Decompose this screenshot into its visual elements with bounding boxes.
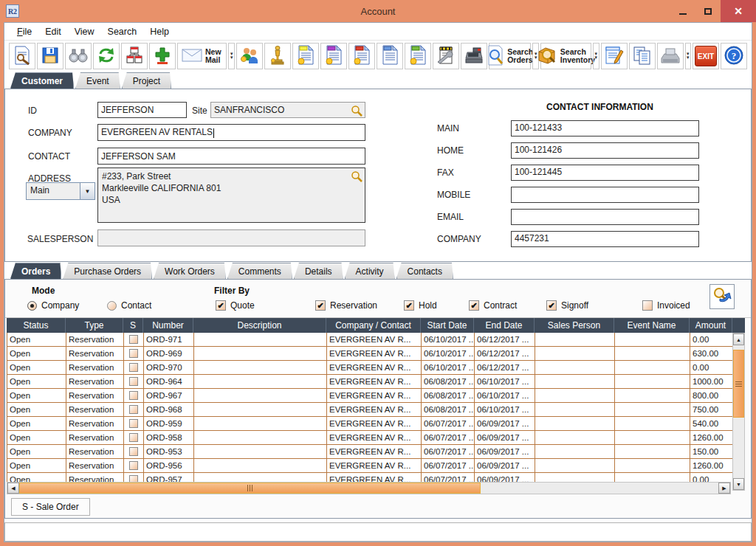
table-row[interactable]: OpenReservationORD-956EVERGREEN AV R...0… xyxy=(7,459,745,473)
table-row[interactable]: OpenReservationORD-969EVERGREEN AV R...0… xyxy=(7,347,745,361)
column-header-event-name[interactable]: Event Name xyxy=(614,318,690,333)
s-checkbox-icon[interactable] xyxy=(129,349,138,358)
order-doc-button[interactable] xyxy=(377,43,403,69)
s-checkbox-icon[interactable] xyxy=(129,363,138,372)
contact-field[interactable]: JEFFERSON SAM xyxy=(97,148,365,165)
scroll-up-icon[interactable]: ▲ xyxy=(733,334,744,345)
address-search-icon[interactable] xyxy=(351,170,362,182)
filter-check-invoiced[interactable]: Invoiced xyxy=(642,300,690,311)
table-row[interactable]: OpenReservationORD-967EVERGREEN AV R...0… xyxy=(7,389,745,403)
refresh-button[interactable] xyxy=(93,43,120,69)
scroll-right-icon[interactable]: ▶ xyxy=(718,483,730,494)
table-row[interactable]: OpenReservationORD-959EVERGREEN AV R...0… xyxy=(7,417,745,431)
save-button[interactable] xyxy=(37,43,63,69)
home-field[interactable]: 100-121426 xyxy=(511,142,699,159)
s-checkbox-icon[interactable] xyxy=(129,335,138,344)
s-checkbox-icon[interactable] xyxy=(129,391,138,400)
search-inventory-dropdown[interactable]: ▼▼ xyxy=(593,43,599,69)
subtab-contacts[interactable]: Contacts xyxy=(396,263,453,279)
site-field[interactable]: SANFRANCISCO xyxy=(210,102,365,118)
main-field[interactable]: 100-121433 xyxy=(511,120,699,136)
s-checkbox-icon[interactable] xyxy=(129,447,138,456)
s-checkbox-icon[interactable] xyxy=(129,461,138,470)
new-mail-dropdown[interactable]: ▼▼ xyxy=(228,43,234,69)
award-button[interactable] xyxy=(264,43,291,69)
address-type-combo[interactable]: Main ▼ xyxy=(26,182,95,200)
quote-doc-button[interactable] xyxy=(292,43,319,69)
site-search-icon[interactable] xyxy=(351,105,362,117)
s-checkbox-icon[interactable] xyxy=(129,475,138,482)
subtab-details[interactable]: Details xyxy=(294,263,343,279)
s-checkbox-icon[interactable] xyxy=(129,433,138,442)
subtab-work-orders[interactable]: Work Orders xyxy=(154,263,226,279)
register-button[interactable] xyxy=(461,43,487,69)
work-order-button[interactable] xyxy=(433,43,459,69)
column-header-sales-person[interactable]: Sales Person xyxy=(535,318,614,333)
column-header-number[interactable]: Number xyxy=(143,318,193,333)
add-button[interactable] xyxy=(149,43,176,69)
reservation-doc-button[interactable] xyxy=(320,43,347,69)
scroll-left-icon[interactable]: ◀ xyxy=(7,483,19,494)
copy-button[interactable] xyxy=(629,43,656,69)
id-field[interactable]: JEFFERSON xyxy=(97,102,187,118)
menu-view[interactable]: View xyxy=(68,24,101,39)
email-field[interactable] xyxy=(511,209,699,225)
filter-check-quote[interactable]: ✔Quote xyxy=(216,300,255,311)
filter-check-signoff[interactable]: ✔Signoff xyxy=(546,300,588,311)
table-row[interactable]: OpenReservationORD-958EVERGREEN AV R...0… xyxy=(7,431,745,445)
apply-filter-button[interactable] xyxy=(709,284,735,309)
column-header-company-contact[interactable]: Company / Contact xyxy=(326,318,421,333)
menu-edit[interactable]: Edit xyxy=(38,24,68,39)
scroll-down-icon[interactable]: ▼ xyxy=(733,478,744,490)
filter-check-reservation[interactable]: ✔Reservation xyxy=(315,300,377,311)
table-row[interactable]: OpenReservationORD-953EVERGREEN AV R...0… xyxy=(7,445,745,459)
filter-check-hold[interactable]: ✔Hold xyxy=(404,300,437,311)
subtab-orders[interactable]: Orders xyxy=(10,263,61,279)
minimize-button[interactable] xyxy=(670,0,695,22)
customers-button[interactable] xyxy=(236,43,263,69)
company-field[interactable]: 4457231 xyxy=(511,231,699,247)
horizontal-scrollbar[interactable]: ◀ ▶ xyxy=(7,482,731,494)
tab-project[interactable]: Project xyxy=(122,72,171,89)
menu-search[interactable]: Search xyxy=(101,24,144,39)
column-header-s[interactable]: S xyxy=(123,318,143,333)
contract-doc-button[interactable] xyxy=(405,43,431,69)
table-row[interactable]: OpenReservationORD-964EVERGREEN AV R...0… xyxy=(7,375,745,389)
search-orders-button[interactable]: Search Orders xyxy=(489,43,531,69)
column-header-end-date[interactable]: End Date xyxy=(474,318,535,333)
mode-radio-company[interactable]: Company xyxy=(27,300,79,311)
help-button[interactable]: ? xyxy=(721,43,747,69)
menu-help[interactable]: Help xyxy=(143,24,176,39)
table-row[interactable]: OpenReservationORD-968EVERGREEN AV R...0… xyxy=(7,403,745,417)
maximize-button[interactable] xyxy=(695,0,721,22)
address-box[interactable]: #233, Park StreetMarkleeville CALIFORNIA… xyxy=(97,167,365,223)
filter-check-contract[interactable]: ✔Contract xyxy=(469,300,517,311)
new-mail-button[interactable]: New Mail xyxy=(177,43,227,69)
edit-form-button[interactable] xyxy=(601,43,628,69)
column-header-amount[interactable]: Amount xyxy=(690,318,732,333)
exit-button[interactable]: EXIT xyxy=(693,43,719,69)
search-inventory-button[interactable]: Search Inventory xyxy=(540,43,591,69)
mobile-field[interactable] xyxy=(511,187,699,203)
table-row[interactable]: OpenReservationORD-971EVERGREEN AV R...0… xyxy=(7,333,745,347)
vertical-scrollbar[interactable]: ▲ ▼ xyxy=(732,333,745,491)
horizontal-scroll-thumb[interactable] xyxy=(19,483,481,494)
column-header-status[interactable]: Status xyxy=(7,318,66,333)
org-hierarchy-button[interactable] xyxy=(121,43,148,69)
edit-account-button[interactable] xyxy=(9,43,35,69)
print-button[interactable] xyxy=(657,43,684,69)
find-button[interactable] xyxy=(65,43,92,69)
fax-field[interactable]: 100-121445 xyxy=(511,165,699,181)
print-dropdown[interactable]: ▼▼ xyxy=(685,43,691,69)
s-checkbox-icon[interactable] xyxy=(129,377,138,386)
vertical-scroll-thumb[interactable] xyxy=(733,350,744,418)
subtab-activity[interactable]: Activity xyxy=(345,263,395,279)
table-row[interactable]: OpenReservationORD-970EVERGREEN AV R...0… xyxy=(7,361,745,375)
company-field[interactable]: EVERGREEN AV RENTALS xyxy=(97,124,365,141)
menu-file[interactable]: File xyxy=(10,24,38,39)
s-checkbox-icon[interactable] xyxy=(129,419,138,428)
column-header-start-date[interactable]: Start Date xyxy=(421,318,474,333)
tab-customer[interactable]: Customer xyxy=(10,72,74,89)
subtab-comments[interactable]: Comments xyxy=(227,263,292,279)
close-button[interactable]: ✕ xyxy=(721,0,756,22)
